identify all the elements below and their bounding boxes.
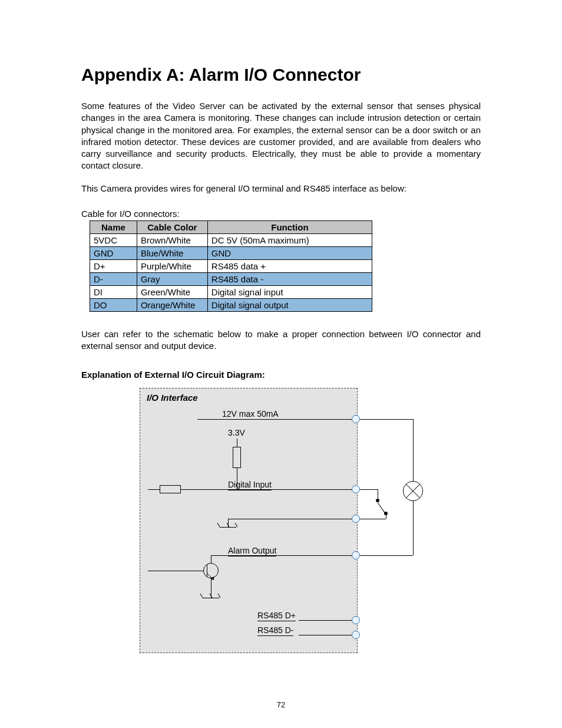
terminal-icon (352, 616, 360, 624)
header-name: Name (90, 220, 137, 233)
resistor-icon (160, 485, 181, 493)
label-12v: 12V max 50mA (222, 409, 279, 420)
table-row: 5VDC Brown/White DC 5V (50mA maximum) (90, 233, 372, 246)
label-rs485-dm: RS485 D- (257, 625, 293, 636)
table-row: DO Orange/White Digital signal output (90, 298, 372, 311)
io-circuit-diagram: I/O Interface 12V max 50mA 3.3V Digital … (140, 388, 422, 653)
diagram-title: I/O Interface (147, 393, 198, 403)
table-caption: Cable for I/O connectors: (81, 209, 481, 219)
table-header-row: Name Cable Color Function (90, 220, 372, 233)
table-row: GND Blue/White GND (90, 246, 372, 259)
terminal-icon (352, 551, 360, 559)
table-row: D- Gray RS485 data - (90, 272, 372, 285)
schematic-paragraph: User can refer to the schematic below to… (81, 328, 481, 353)
resistor-icon (233, 447, 241, 468)
table-row: D+ Purple/White RS485 data + (90, 259, 372, 272)
label-3v3: 3.3V (228, 428, 245, 437)
interface-paragraph: This Camera provides wires for general I… (81, 183, 481, 195)
intro-paragraph: Some features of the Video Server can be… (81, 100, 481, 172)
io-connector-table: Name Cable Color Function 5VDC Brown/Whi… (90, 220, 372, 312)
table-row: DI Green/White Digital signal input (90, 285, 372, 298)
diagram-subheading: Explanation of External I/O Circuit Diag… (81, 370, 481, 380)
lamp-icon (403, 481, 423, 501)
label-rs485-dp: RS485 D+ (257, 611, 296, 621)
terminal-icon (352, 415, 360, 423)
page-number: 72 (81, 700, 481, 709)
header-cable-color: Cable Color (137, 220, 207, 233)
terminal-icon (352, 631, 360, 639)
header-function: Function (207, 220, 372, 233)
terminal-icon (352, 515, 360, 523)
appendix-title: Appendix A: Alarm I/O Connector (81, 65, 481, 85)
terminal-icon (352, 485, 360, 493)
